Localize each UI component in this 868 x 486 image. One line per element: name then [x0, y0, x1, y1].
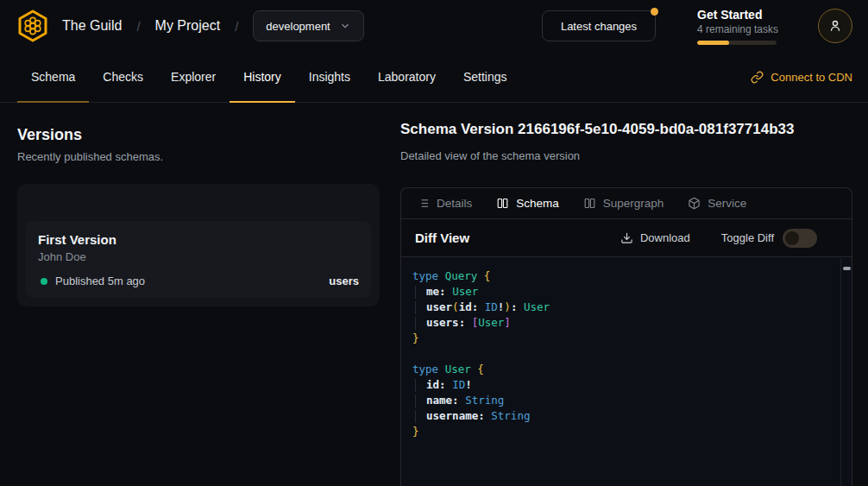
latest-changes-label: Latest changes	[561, 20, 637, 33]
version-list-item[interactable]: First Version John Doe Published 5m ago …	[26, 221, 371, 298]
schema-version-title: Schema Version 2166196f-5e10-4059-bd0a-0…	[400, 121, 794, 138]
connect-to-cdn-button[interactable]: Connect to CDN	[751, 71, 852, 84]
schema-version-panel: Details Schema Supergraph Service Diff V…	[400, 187, 852, 486]
breadcrumb: The Guild / My Project / development	[62, 10, 364, 41]
indent-guide	[415, 301, 426, 314]
get-started-title: Get Started	[697, 8, 794, 22]
published-status-dot	[41, 278, 47, 285]
code-line: me: User	[412, 284, 834, 300]
version-name: First Version	[38, 232, 359, 247]
cube-icon	[688, 197, 701, 210]
code-line: type User {	[412, 362, 834, 377]
version-author: John Doe	[38, 250, 359, 263]
indent-guide	[415, 317, 426, 330]
code-line: }	[412, 331, 834, 346]
download-label: Download	[640, 231, 690, 244]
tab-label: Schema	[516, 197, 559, 210]
tab-underline	[89, 101, 157, 103]
breadcrumb-project[interactable]: My Project	[155, 18, 221, 34]
tab-underline	[450, 101, 521, 103]
code-scrollbar[interactable]	[840, 258, 852, 486]
code-line: type Query {	[412, 268, 834, 284]
app-header: The Guild / My Project / development Lat…	[0, 0, 868, 52]
get-started-subtitle: 4 remaining tasks	[697, 23, 794, 35]
version-status-row: Published 5m ago users	[38, 275, 359, 287]
breadcrumb-org[interactable]: The Guild	[62, 18, 122, 34]
code-line	[412, 346, 834, 362]
tab-label: Details	[437, 197, 472, 210]
guild-logo-icon[interactable]	[16, 9, 50, 43]
indent-guide	[415, 394, 426, 407]
versions-list-card: First Version John Doe Published 5m ago …	[17, 184, 380, 306]
versions-subtitle: Recently published schemas.	[17, 150, 163, 163]
person-icon	[827, 18, 843, 34]
list-icon	[417, 197, 430, 210]
tab-supergraph[interactable]: Supergraph	[583, 197, 664, 210]
tab-underline	[295, 101, 364, 103]
environment-value: development	[266, 20, 330, 33]
code-line: id: ID!	[412, 377, 834, 393]
service-name-badge: users	[329, 275, 359, 287]
breadcrumb-separator: /	[136, 19, 140, 34]
chevron-down-icon	[339, 20, 351, 32]
link-icon	[751, 71, 764, 84]
code-line: }	[412, 424, 834, 439]
tab-schema-view[interactable]: Schema	[496, 197, 559, 210]
scrollbar-thumb[interactable]	[843, 267, 851, 270]
code-line: users: [User]	[412, 315, 834, 331]
tab-label: Explorer	[171, 70, 216, 84]
toggle-diff-switch[interactable]	[783, 229, 817, 248]
download-button[interactable]: Download	[620, 231, 690, 244]
tab-label: History	[243, 70, 281, 84]
tab-history[interactable]: History	[230, 52, 295, 102]
tab-label: Supergraph	[603, 197, 664, 210]
tab-checks[interactable]: Checks	[89, 52, 157, 102]
indent-guide	[415, 410, 426, 423]
schema-code-viewer[interactable]: type Query {me: Useruser(id: ID!): Useru…	[401, 258, 852, 486]
latest-changes-button[interactable]: Latest changes	[542, 10, 656, 41]
tab-label: Checks	[103, 70, 143, 84]
get-started-widget[interactable]: Get Started 4 remaining tasks	[697, 8, 794, 45]
diff-view-header: Diff View Download Toggle Diff	[401, 219, 852, 257]
tab-laboratory[interactable]: Laboratory	[364, 52, 450, 102]
indent-guide	[415, 379, 426, 392]
columns-icon	[496, 197, 509, 210]
tab-service[interactable]: Service	[688, 197, 746, 210]
tab-label: Settings	[463, 70, 507, 84]
code-line: username: String	[412, 408, 834, 424]
tab-label: Service	[708, 197, 746, 210]
download-icon	[620, 231, 633, 244]
schema-version-subtitle: Detailed view of the schema version	[400, 149, 580, 162]
toggle-diff-label: Toggle Diff	[721, 231, 774, 244]
tab-underline	[364, 101, 450, 103]
code-line: name: String	[412, 393, 834, 408]
tab-insights[interactable]: Insights	[295, 52, 364, 102]
tab-underline	[17, 101, 89, 103]
versions-title: Versions	[17, 126, 82, 144]
tab-settings[interactable]: Settings	[450, 52, 521, 102]
tab-underline	[230, 101, 295, 103]
indent-guide	[415, 286, 426, 299]
connect-to-cdn-label: Connect to CDN	[771, 71, 852, 84]
code-line: user(id: ID!): User	[412, 300, 834, 315]
get-started-progressbar	[697, 41, 777, 45]
tab-details[interactable]: Details	[417, 197, 472, 210]
code-lines: type Query {me: Useruser(id: ID!): Useru…	[401, 258, 852, 439]
breadcrumb-separator: /	[235, 19, 238, 34]
tab-label: Laboratory	[378, 70, 436, 84]
toggle-knob	[785, 231, 799, 245]
columns-icon	[583, 197, 596, 210]
environment-dropdown[interactable]: development	[253, 10, 363, 41]
tab-label: Schema	[31, 70, 75, 84]
diff-view-title: Diff View	[415, 230, 469, 245]
tab-schema[interactable]: Schema	[17, 52, 89, 102]
tab-underline	[157, 101, 230, 103]
version-view-tabs: Details Schema Supergraph Service	[401, 188, 852, 219]
get-started-progress-fill	[697, 41, 729, 45]
main-nav: Schema Checks Explorer History Insights …	[0, 52, 868, 103]
notification-dot	[651, 8, 658, 16]
tab-explorer[interactable]: Explorer	[157, 52, 230, 102]
version-status-text: Published 5m ago	[55, 275, 145, 287]
tab-label: Insights	[309, 70, 350, 84]
user-avatar[interactable]	[818, 9, 852, 43]
